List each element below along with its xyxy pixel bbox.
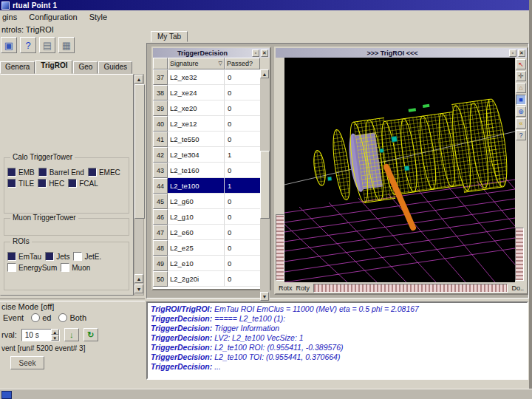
scrollbar-thumb[interactable] [134,84,145,219]
view-hand-button[interactable]: ✛ [516,71,526,81]
row-passed: 0 [225,100,260,116]
radio-label: Both [69,313,86,322]
checkbox-barrel-end[interactable]: Barrel End [38,168,84,177]
taskbar [0,389,532,399]
tab-trigroi[interactable]: TrigROI [35,60,72,74]
row-signature: L2_te550 [168,132,225,147]
seek-button[interactable]: Seek [10,356,44,369]
message-text: ===== L2_te100 (1): [212,314,285,323]
message-line: TrigROI/TrigROI: EmTau ROI EmClus = 1100… [151,304,524,314]
table-row[interactable]: 42L2_te3041 [153,147,260,163]
scrollbar-thumb[interactable] [260,151,270,219]
table-row[interactable]: 49L2_e100 [153,256,260,271]
table-row[interactable]: 47L2_e600 [153,225,260,240]
message-line: TriggerDecision: ... [151,362,524,372]
passed-column-header[interactable]: Passed? [225,58,260,69]
grid-button[interactable]: ▦ [58,37,75,53]
menu-item-style[interactable]: Style [89,13,107,21]
interval-row: rval: 10 s ▲ ▼ ↓ ↻ [1,328,98,341]
tab-guides[interactable]: Guides [98,61,132,74]
checkbox-box [7,252,16,261]
help-button[interactable]: ? [20,37,36,53]
table-row[interactable]: 38L2_xe240 [153,85,260,100]
restore-icon[interactable]: ▫ [252,50,259,57]
viewer-help-button[interactable]: ? [516,130,526,140]
row-signature: L2_xe24 [168,85,225,100]
scroll-down-icon[interactable]: ▼ [134,284,143,293]
message-line: TriggerDecision: L2_te100 ROI: (0.955411… [151,343,524,352]
close-icon[interactable]: ✕ [518,50,525,57]
viewer-window-titlebar[interactable]: >>> TrigROI <<< ▫ ✕ [276,48,527,58]
pick-arrow-button[interactable]: ↖ [516,59,526,69]
left-panel-scrollbar[interactable]: ▲ ▲ ▼ [134,74,144,296]
spin-up-icon[interactable]: ▲ [51,329,59,335]
tab-geo[interactable]: Geo [73,61,98,74]
rotx-thumbwheel[interactable] [276,214,284,281]
view-all-button[interactable]: ⊕ [516,106,526,117]
row-signature: L2_xe20 [168,100,225,116]
row-passed: 0 [225,225,260,240]
roty-label: Roty [296,284,310,292]
checkbox-muon[interactable]: Muon [61,263,90,272]
checkbox-box [61,263,69,272]
table-row[interactable]: 46L2_g100 [153,209,260,225]
tab-genera[interactable]: Genera [0,61,35,74]
dolly-thumbwheel[interactable] [515,228,524,281]
table-row[interactable]: 45L2_g600 [153,194,260,209]
table-scrollbar[interactable]: ▲ ▼ [260,69,270,301]
scroll-up-icon[interactable]: ▲ [134,75,143,83]
checkbox-energysum[interactable]: EnergySum [7,263,57,272]
radio-ed[interactable]: ed [31,313,51,322]
signature-column-header[interactable]: Signature ▽ [168,58,225,69]
group-title: ROIs [10,237,32,245]
scroll-down-icon[interactable]: ▼ [260,292,269,301]
checkbox-jets[interactable]: Jets [45,252,69,261]
prev-event-button[interactable]: ↓ [64,328,79,341]
checkbox-tile[interactable]: TILE [7,179,34,188]
seek-button[interactable]: « [516,118,526,129]
menu-item-gins[interactable]: gins [2,13,17,21]
table-row[interactable]: 40L2_xe120 [153,116,260,132]
spin-down-icon[interactable]: ▼ [51,335,59,341]
interval-label: rval: [1,330,17,339]
message-text: Trigger Information [212,324,279,332]
table-row[interactable]: 41L2_te5500 [153,132,260,147]
message-log[interactable]: TrigROI/TrigROI: EmTau ROI EmClus = 1100… [146,301,528,380]
table-row[interactable]: 48L2_e250 [153,240,260,256]
display-button[interactable]: ▤ [39,37,55,53]
table-row[interactable]: 39L2_xe200 [153,100,260,116]
checkbox-emb[interactable]: EMB [7,168,35,177]
checkbox-hec[interactable]: HEC [38,179,64,188]
scroll-up-icon[interactable]: ▲ [134,274,143,283]
radio-icon [58,313,67,322]
checkbox-label: Barrel End [50,168,84,177]
tab-my-tab[interactable]: My Tab [151,31,188,42]
menu-item-configuration[interactable]: Configuration [29,13,77,21]
scroll-up-icon[interactable]: ▲ [260,69,269,78]
home-button[interactable]: ⌂ [516,83,526,93]
window-titlebar[interactable]: rtual Point 1 [0,0,529,10]
roi-checkbox-list: EmTauJetsJetE.EnergySumMuon [4,242,129,273]
checkbox-jete[interactable]: JetE. [73,252,101,261]
set-home-button[interactable]: ■ [516,95,526,105]
checkbox-emec[interactable]: EMEC [88,168,120,177]
restore-icon[interactable]: ▫ [509,50,516,57]
interval-spinbox[interactable]: 10 s ▲ ▼ [21,329,60,341]
table-row[interactable]: 37L2_xe320 [153,69,260,85]
checkbox-emtau[interactable]: EmTau [7,252,41,261]
table-row[interactable]: 44L2_te1001 [153,178,260,194]
taskbar-item[interactable] [1,391,12,399]
window-button[interactable]: ▣ [1,37,17,53]
radio-both[interactable]: Both [58,313,86,322]
row-number: 42 [153,147,168,163]
checkbox-fcal[interactable]: FCAL [68,179,98,188]
trigger-window-titlebar[interactable]: TriggerDecision ▫ ✕ [153,48,270,58]
detector-3d-view[interactable] [284,58,515,282]
row-number-header[interactable] [153,58,168,69]
checkbox-label: FCAL [79,180,98,188]
roty-thumbwheel[interactable] [313,284,508,293]
next-event-button[interactable]: ↻ [83,328,98,341]
close-icon[interactable]: ✕ [261,50,268,57]
table-row[interactable]: 43L2_te1600 [153,163,260,178]
table-row[interactable]: 50L2_2g20i0 [153,271,260,287]
